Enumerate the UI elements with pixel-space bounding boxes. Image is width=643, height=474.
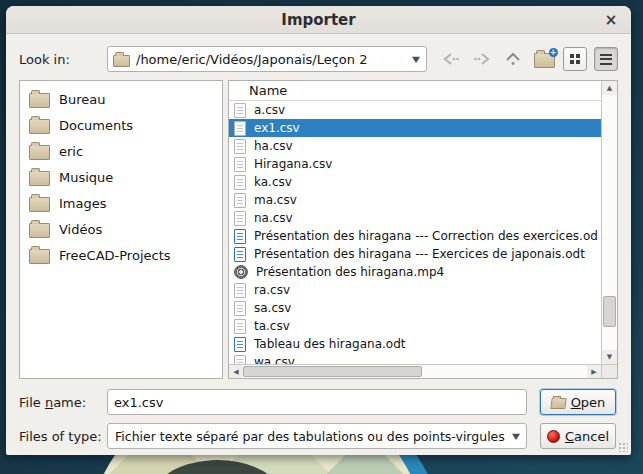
folder-icon: [29, 197, 50, 212]
file-row[interactable]: Hiragana.csv: [229, 155, 601, 173]
sidebar-item-images[interactable]: Images: [20, 190, 222, 216]
file-type-combobox[interactable]: Fichier texte séparé par des tabulations…: [107, 423, 527, 449]
main-panes: Bureau Documents eric Musique Images: [19, 80, 618, 379]
close-icon[interactable]: ×: [602, 11, 620, 29]
scroll-right-icon[interactable]: ▶: [587, 365, 601, 378]
horizontal-scrollbar[interactable]: ◀ ▶: [229, 364, 601, 378]
horizontal-scroll-thumb[interactable]: [243, 366, 422, 377]
file-row[interactable]: ka.csv: [229, 173, 601, 191]
sidebar-item-documents[interactable]: Documents: [20, 112, 222, 138]
file-row[interactable]: Présentation des hiragana --- Exercices …: [229, 245, 601, 263]
scroll-up-icon[interactable]: ▲: [602, 81, 617, 95]
vertical-scroll-track[interactable]: [602, 95, 617, 350]
file-row[interactable]: sa.csv: [229, 299, 601, 317]
back-button[interactable]: [439, 47, 463, 71]
cancel-button-label: Cancel: [565, 429, 609, 444]
file-row[interactable]: ha.csv: [229, 137, 601, 155]
forward-icon: [473, 52, 491, 66]
up-button[interactable]: [501, 47, 525, 71]
look-in-combobox[interactable]: /home/eric/Vidéos/Japonais/Leçon 2 ▼: [107, 46, 427, 72]
csv-file-icon: [234, 193, 246, 208]
csv-file-icon: [234, 301, 246, 316]
file-row[interactable]: wa.csv: [229, 353, 601, 364]
import-dialog: Importer × Look in: /home/eric/Vidéos/Ja…: [6, 6, 631, 455]
resize-grip[interactable]: [618, 442, 628, 452]
scroll-down-icon[interactable]: ▼: [602, 350, 617, 364]
file-type-value: Fichier texte séparé par des tabulations…: [115, 429, 507, 444]
file-name-label-part: ame:: [53, 395, 86, 410]
name-column-header[interactable]: Name: [229, 81, 601, 101]
titlebar[interactable]: Importer ×: [6, 6, 631, 34]
odt-file-icon: [234, 229, 246, 244]
file-name: ta.csv: [254, 319, 290, 333]
scroll-left-icon[interactable]: ◀: [229, 365, 243, 378]
sidebar-item-videos[interactable]: Vidéos: [20, 216, 222, 242]
forward-button[interactable]: [470, 47, 494, 71]
sidebar-item-musique[interactable]: Musique: [20, 164, 222, 190]
file-name: a.csv: [254, 103, 285, 117]
folder-icon: [113, 55, 130, 67]
chevron-down-icon[interactable]: ▼: [412, 55, 420, 64]
file-row[interactable]: Présentation des hiragana.mp4: [229, 263, 601, 281]
sidebar-item-label: Musique: [59, 170, 113, 185]
folder-icon: [29, 145, 50, 160]
grid-view-icon: [569, 53, 581, 65]
cancel-button[interactable]: Cancel: [540, 423, 616, 449]
places-sidebar: Bureau Documents eric Musique Images: [19, 80, 223, 379]
sidebar-item-label: eric: [59, 144, 83, 159]
open-button-label: Open: [571, 395, 606, 410]
sidebar-item-label: Documents: [59, 118, 133, 133]
folder-icon: [29, 223, 50, 238]
file-row[interactable]: ta.csv: [229, 317, 601, 335]
sidebar-item-label: Bureau: [59, 92, 105, 107]
file-row-selected[interactable]: ex1.csv: [229, 119, 601, 137]
csv-file-icon: [234, 139, 246, 154]
list-view-icon: [600, 54, 612, 65]
files-of-type-label: Files of type:: [19, 429, 107, 444]
scrollbar-corner: [601, 364, 617, 378]
file-row[interactable]: Tableau des hiragana.odt: [229, 335, 601, 353]
file-name: Présentation des hiragana.mp4: [256, 265, 444, 279]
chevron-down-icon[interactable]: ▼: [512, 432, 520, 441]
file-name: Hiragana.csv: [254, 157, 332, 171]
up-icon: [505, 51, 521, 67]
list-view-button[interactable]: [594, 47, 618, 71]
file-list: Name a.csv ex1.csv ha.csv: [228, 80, 618, 379]
file-row[interactable]: ra.csv: [229, 281, 601, 299]
sidebar-item-label: Vidéos: [59, 222, 102, 237]
odt-file-icon: [234, 337, 246, 352]
file-name-label: File name:: [19, 395, 107, 410]
horizontal-scroll-track[interactable]: [243, 365, 587, 378]
look-in-row: Look in: /home/eric/Vidéos/Japonais/Leço…: [19, 46, 618, 72]
vertical-scroll-thumb[interactable]: [603, 296, 616, 327]
folder-icon: [29, 249, 50, 264]
csv-file-icon: [234, 175, 246, 190]
icon-view-button[interactable]: [563, 47, 587, 71]
open-button[interactable]: Open: [540, 389, 616, 415]
file-rows: a.csv ex1.csv ha.csv Hiragana.csv: [229, 101, 601, 364]
csv-file-icon: [234, 103, 246, 118]
file-row[interactable]: ma.csv: [229, 191, 601, 209]
file-name-input[interactable]: ex1.csv: [107, 389, 527, 415]
sidebar-item-bureau[interactable]: Bureau: [20, 86, 222, 112]
new-folder-button[interactable]: +: [532, 47, 556, 71]
csv-file-icon: [234, 121, 246, 136]
file-name: ma.csv: [254, 193, 297, 207]
folder-icon: [29, 93, 50, 108]
odt-file-icon: [234, 247, 246, 262]
folder-icon: [29, 119, 50, 134]
file-row[interactable]: a.csv: [229, 101, 601, 119]
column-header-label: Name: [249, 83, 287, 98]
sidebar-item-eric[interactable]: eric: [20, 138, 222, 164]
file-name-row: File name: ex1.csv Open: [19, 389, 618, 415]
vertical-scrollbar[interactable]: ▲ ▼: [601, 81, 617, 364]
file-row[interactable]: na.csv: [229, 209, 601, 227]
file-name: na.csv: [254, 211, 293, 225]
file-row[interactable]: Présentation des hiragana --- Correction…: [229, 227, 601, 245]
file-name-label-mnemonic: n: [45, 395, 53, 410]
file-name: Présentation des hiragana --- Correction…: [254, 229, 598, 243]
sidebar-item-freecad-projects[interactable]: FreeCAD-Projects: [20, 242, 222, 268]
window-title: Importer: [281, 11, 355, 29]
file-name: ka.csv: [254, 175, 292, 189]
back-icon: [442, 52, 460, 66]
